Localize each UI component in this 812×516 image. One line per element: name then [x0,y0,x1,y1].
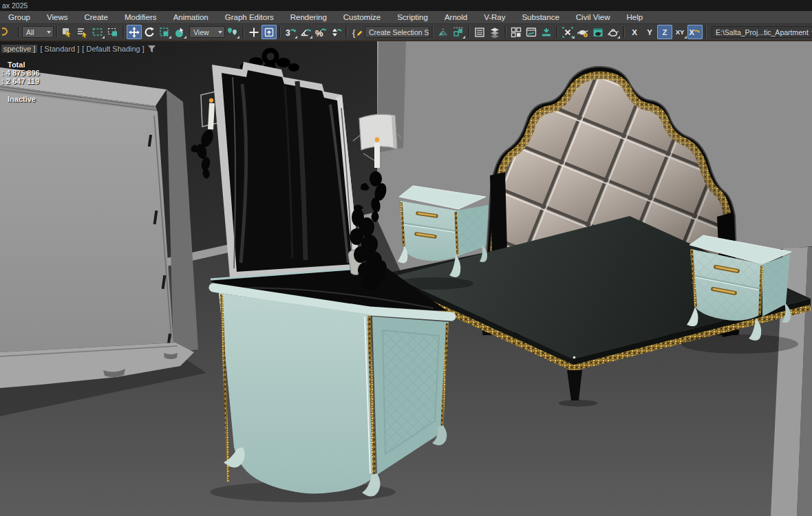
snaps-toggle-3d[interactable]: 3 [283,25,298,39]
edit-named-selection-sets-button[interactable]: { [350,25,365,39]
menu-modifiers[interactable]: Modifiers [116,13,165,21]
toolbar-separator [705,26,707,38]
toolbar-separator [279,26,281,38]
menu-animation[interactable]: Animation [165,13,217,21]
wardrobe-front [0,92,173,352]
mirror-button[interactable] [436,25,451,39]
project-folder-dropdown[interactable]: E:\Salta_Proj...tic_Apartment [712,26,812,38]
keyboard-shortcut-override-toggle[interactable] [261,25,277,39]
select-and-move-button[interactable] [127,25,142,39]
toggle-scene-explorer-button[interactable] [472,25,487,39]
menu-views[interactable]: Views [39,13,76,21]
restrict-x-button[interactable]: X [627,25,642,39]
menu-substance[interactable]: Substance [513,13,567,21]
stats-verts: : 2 647 119 [1,77,40,85]
toggle-layer-explorer-button[interactable] [487,25,502,39]
menu-create[interactable]: Create [76,13,116,21]
brace-glyph: { [352,28,356,38]
stats-total-label: Total [1,61,40,69]
render-setup-button[interactable] [575,25,590,39]
menu-graph-editors[interactable]: Graph Editors [217,13,282,21]
toolbar-separator [556,26,558,38]
viewport-canvas [0,41,812,516]
select-by-name-button[interactable] [75,25,90,39]
snap-3-glyph: 3 [286,28,290,38]
ribbon-toggle-button[interactable] [539,25,554,39]
toolbar-separator [18,26,20,38]
viewport-label[interactable]: spective ] [ Standard ] [ Default Shadin… [1,45,156,53]
align-button[interactable] [451,25,466,39]
menu-help[interactable]: Help [618,13,651,21]
named-selection-set-field[interactable]: Create Selection Se [365,26,429,38]
toolbar-separator [623,26,625,38]
curve-editor-button[interactable] [509,25,524,39]
angle-snap-toggle[interactable] [298,25,313,39]
menu-vray[interactable]: V-Ray [476,13,513,21]
stats-polys: : 4 875 896 [1,69,40,77]
menu-group[interactable]: Group [0,13,39,21]
schematic-view-button[interactable] [524,25,539,39]
main-toolbar: All View [0,24,812,40]
rendered-frame-window-button[interactable] [590,25,606,39]
restrict-y-button[interactable]: Y [642,25,657,39]
statistics-overlay: Total : 4 875 896 : 2 647 119 Inactive [1,61,40,103]
stats-state: Inactive [1,95,40,103]
candle-flame [209,98,213,103]
toolbar-separator [122,26,125,38]
chevron-down-icon [218,31,222,34]
menu-scripting[interactable]: Scripting [389,13,436,21]
restrict-z-button[interactable]: Z [657,25,672,39]
select-and-rotate-button[interactable] [142,25,157,39]
spinner-snap-toggle[interactable] [328,25,343,39]
toolbar-separator [431,26,434,38]
toolbar-separator [56,26,58,38]
select-and-scale-button[interactable] [157,25,172,39]
candle-flame [375,138,380,142]
candle [374,143,380,168]
window-title: ax 2025 [2,1,28,10]
toolbar-separator [242,26,244,38]
3dsmax-window: ax 2025 Group Views Create Modifiers Ani… [0,0,812,516]
reference-coordinate-system-dropdown[interactable]: View [189,26,225,38]
render-production-button[interactable] [606,25,621,39]
rectangular-selection-region-button[interactable] [90,25,105,39]
menu-customize[interactable]: Customize [335,13,389,21]
selection-filter-dropdown[interactable]: All [22,26,54,38]
percent-snap-toggle[interactable]: % [313,25,328,39]
menu-arnold[interactable]: Arnold [436,13,476,21]
nightstand-front [400,201,458,261]
viewport-standard-label[interactable]: [ Standard ] [40,45,79,53]
menu-bar: Group Views Create Modifiers Animation G… [0,11,812,24]
toolbar-separator [468,26,470,38]
viewport-shading-label[interactable]: [ Default Shading ] [82,45,145,53]
menu-rendering[interactable]: Rendering [282,13,335,21]
toolbar-separator [504,26,506,38]
chevron-down-icon [47,31,51,34]
wardrobe[interactable] [0,67,206,416]
snaps-use-axis-constraints-toggle[interactable]: X [687,25,703,39]
restrict-plane-button[interactable]: XY [672,25,687,39]
select-and-manipulate-button[interactable] [246,25,261,39]
perspective-viewport[interactable]: spective ] [ Standard ] [ Default Shadin… [0,41,812,516]
window-crossing-toggle[interactable] [105,25,120,39]
use-pivot-point-center-button[interactable] [225,25,240,39]
select-object-button[interactable] [60,25,75,39]
menu-civil-view[interactable]: Civil View [568,13,619,21]
toolbar-separator [345,26,348,38]
filter-funnel-icon[interactable] [147,45,156,53]
select-and-place-button[interactable] [172,25,187,39]
select-and-link-icon[interactable] [1,25,16,39]
viewport-pov-label[interactable]: spective ] [1,45,37,53]
isolate-selection-toggle[interactable] [560,25,575,39]
title-bar: ax 2025 [0,0,812,11]
